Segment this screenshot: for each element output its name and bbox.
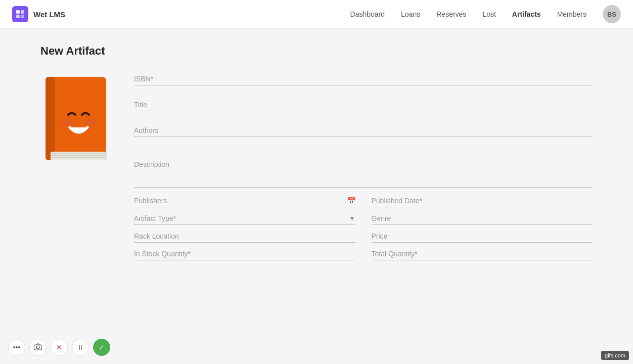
svg-rect-1 [21,10,24,14]
in-stock-qty-input[interactable] [134,247,355,260]
svg-point-11 [85,118,95,126]
artifact-type-select[interactable]: Artifact Type* [134,211,355,225]
artifact-form: 📅 Artifact Type* ▼ [134,72,593,264]
more-options-button[interactable]: ••• [8,339,25,356]
rack-price-row [134,229,593,243]
navbar: Wet LMS Dashboard Loans Reserves Lost Ar… [0,0,633,28]
svg-point-10 [62,118,72,126]
artifact-type-row: Artifact Type* ▼ [134,211,593,225]
svg-rect-8 [52,155,106,156]
book-thumbnail [40,72,114,264]
svg-rect-3 [21,15,24,18]
description-field-group [134,157,593,190]
total-qty-input[interactable] [372,247,593,260]
camera-icon [34,343,42,352]
svg-rect-5 [46,77,55,160]
total-qty-col [372,247,593,260]
publishers-row: 📅 [134,194,593,207]
artifact-type-select-wrap: Artifact Type* ▼ [134,211,355,225]
authors-input[interactable] [134,123,593,137]
genre-col [372,211,593,225]
genre-input[interactable] [372,211,593,225]
published-date-input[interactable] [372,194,593,207]
artifact-type-col: Artifact Type* ▼ [134,211,355,225]
pause-icon: ⏸ [77,343,84,351]
bottom-toolbar: ••• ✕ ⏸ ✓ [8,339,110,356]
nav-links: Dashboard Loans Reserves Lost Artifacts … [350,10,586,18]
pause-button[interactable]: ⏸ [72,339,89,356]
authors-field-group [134,123,593,137]
nav-dashboard[interactable]: Dashboard [350,10,385,18]
title-input[interactable] [134,98,593,111]
svg-rect-0 [16,10,20,14]
title-field-group [134,98,593,111]
rack-location-col [134,229,355,243]
qty-row [134,247,593,260]
nav-reserves[interactable]: Reserves [436,10,466,18]
app-name: Wet LMS [33,10,65,19]
svg-point-13 [36,346,39,349]
publishers-input[interactable] [134,194,355,207]
close-button[interactable]: ✕ [51,339,68,356]
gifs-badge: gifs.com [601,351,629,360]
price-input[interactable] [372,229,593,243]
isbn-field-group [134,72,593,85]
main-content: New Artifact [0,28,633,281]
nav-lost[interactable]: Lost [482,10,495,18]
camera-button[interactable] [29,339,47,356]
description-textarea[interactable] [134,157,593,188]
in-stock-qty-col [134,247,355,260]
svg-rect-2 [16,15,20,18]
rack-location-input[interactable] [134,229,355,243]
confirm-button[interactable]: ✓ [93,339,110,356]
nav-loans[interactable]: Loans [401,10,420,18]
close-icon: ✕ [56,343,62,351]
nav-members[interactable]: Members [557,10,586,18]
nav-artifacts[interactable]: Artifacts [512,10,541,18]
check-icon: ✓ [99,343,105,351]
page-title: New Artifact [40,44,593,58]
svg-rect-7 [52,153,106,154]
more-icon: ••• [13,343,21,351]
app-logo [12,6,28,22]
price-col [372,229,593,243]
form-area: 📅 Artifact Type* ▼ [40,72,593,264]
svg-rect-9 [52,157,106,158]
isbn-input[interactable] [134,72,593,85]
published-date-col [372,194,593,207]
brand: Wet LMS [12,6,65,22]
publishers-col: 📅 [134,194,355,207]
user-avatar[interactable]: BS [603,5,621,23]
